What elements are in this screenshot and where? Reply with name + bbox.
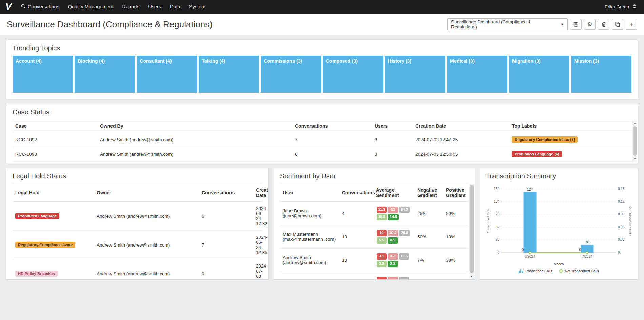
table-header-row: Case Owned By Conversations Users Creati… xyxy=(13,120,631,132)
scrollbar-thumb[interactable] xyxy=(470,185,474,273)
conversations-cell: 6 xyxy=(292,147,372,162)
svg-text:26: 26 xyxy=(495,238,499,241)
owned-by-cell: Andrew Smith (andrew@smith.com) xyxy=(97,147,292,162)
sentiment-score-badge xyxy=(399,277,409,280)
user-cell xyxy=(280,272,339,280)
table-row[interactable]: Andrew Smith (andrew@smith.com) 13 3.13.… xyxy=(280,249,468,272)
sentiment-scrollbar[interactable]: ▼ xyxy=(469,184,474,279)
nav-item-quality-management[interactable]: Quality Management xyxy=(64,0,118,14)
sentiment-badges: 1010.225.95.54.9 xyxy=(376,229,414,244)
top-labels-cell: Prohibited Language (6) xyxy=(509,147,631,162)
legal-hold-table: Legal Hold Owner Conversations Creation … xyxy=(13,184,262,280)
table-row[interactable]: RCC-1093 Andrew Smith (andrew@smith.com)… xyxy=(13,147,631,162)
label-badge[interactable]: Prohibited Language (6) xyxy=(512,151,562,157)
topic-tile[interactable]: Mission (3) xyxy=(571,56,631,93)
average-sentiment-cell xyxy=(373,272,415,280)
nav-item-conversations[interactable]: Conversations xyxy=(17,0,64,14)
sentiment-badges: 3.13.310.63.33.2 xyxy=(376,253,414,268)
svg-text:0.09: 0.09 xyxy=(618,212,625,216)
conversations-cell: 4 xyxy=(339,202,373,225)
panel-title-case-status: Case Status xyxy=(6,104,638,120)
table-row[interactable]: Jane Brown (jane@brown.com) 4 11.31264.3… xyxy=(280,202,468,225)
topic-tile[interactable]: Medical (3) xyxy=(447,56,507,93)
add-dashboard-button[interactable]: ＋ xyxy=(626,19,637,30)
sentiment-score-badge: 3.1 xyxy=(377,253,387,260)
svg-text:0.15: 0.15 xyxy=(618,187,625,191)
table-row[interactable]: Prohibited Language Andrew Smith (andrew… xyxy=(13,202,262,231)
legend-item-not-transcribed[interactable]: Not Transcribed Calls xyxy=(559,269,599,273)
case-status-scrollbar[interactable]: ▲ ▼ xyxy=(632,121,637,162)
table-row[interactable] xyxy=(280,272,468,280)
scroll-up-icon[interactable]: ▲ xyxy=(632,121,637,126)
conversations-cell: 0 xyxy=(199,259,253,280)
column-header: Creation Date xyxy=(412,120,509,132)
dashboard-select[interactable]: Surveillance Dashboard (Compliance & Reg… xyxy=(447,18,568,30)
nav-item-label: Reports xyxy=(122,4,140,9)
nav-item-system[interactable]: System xyxy=(185,0,210,14)
user-cell: Andrew Smith (andrew@smith.com) xyxy=(280,249,339,272)
sentiment-score-badge: 14.5 xyxy=(388,214,399,220)
topic-tile[interactable]: Talking (4) xyxy=(199,56,259,93)
topic-tile[interactable]: History (3) xyxy=(385,56,445,93)
copy-icon xyxy=(615,22,620,27)
label-badge[interactable]: HR Policy Breaches xyxy=(15,271,58,277)
svg-text:0: 0 xyxy=(497,251,499,254)
label-badge[interactable]: Regulatory Compliance Issue (7) xyxy=(512,136,578,143)
sentiment-score-badge: 4.9 xyxy=(388,237,398,244)
top-labels-cell: Regulatory Compliance Issue (7) xyxy=(509,132,631,147)
topic-tile[interactable]: Account (4) xyxy=(13,56,73,93)
topic-tile[interactable]: Consultant (4) xyxy=(137,56,197,93)
topic-tile[interactable]: Commissions (3) xyxy=(261,56,321,93)
trending-topics-panel: Trending Topics Account (4) Blocking (4)… xyxy=(6,40,638,99)
svg-text:0.12: 0.12 xyxy=(618,200,625,204)
settings-button[interactable]: ⚙ xyxy=(584,19,596,30)
copy-dashboard-button[interactable] xyxy=(612,19,623,30)
sentiment-by-user-panel: Sentiment by User User Conversations Ave… xyxy=(274,168,475,280)
diamond-series-icon xyxy=(559,269,563,273)
table-row[interactable]: HR Policy Breaches Andrew Smith (andrew@… xyxy=(13,259,262,280)
user-cell: Jane Brown (jane@brown.com) xyxy=(280,202,339,225)
bottom-row: Legal Hold Status Legal Hold Owner Conve… xyxy=(6,168,638,280)
nav-item-data[interactable]: Data xyxy=(165,0,185,14)
svg-text:104: 104 xyxy=(494,200,499,204)
nav-item-users[interactable]: Users xyxy=(144,0,165,14)
user-menu[interactable]: Erika Green xyxy=(605,4,639,10)
nav-item-label: Data xyxy=(170,4,180,9)
nav-item-reports[interactable]: Reports xyxy=(118,0,144,14)
scrollbar-thumb[interactable] xyxy=(633,126,637,156)
legend-item-transcribed[interactable]: Transcribed Calls xyxy=(519,269,552,273)
case-id-cell: RCC-1092 xyxy=(13,132,97,147)
delete-dashboard-button[interactable] xyxy=(598,19,609,30)
creation-date-cell: 2024-07-03 12:50:05 xyxy=(412,147,509,162)
table-row[interactable]: RCC-1092 Andrew Smith (andrew@smith.com)… xyxy=(13,132,631,147)
svg-text:Not Transcribed Calls: Not Transcribed Calls xyxy=(628,206,632,236)
scroll-down-icon[interactable]: ▼ xyxy=(632,156,637,162)
topic-tile[interactable]: Migration (3) xyxy=(509,56,569,93)
svg-text:0.06: 0.06 xyxy=(618,225,625,229)
table-row[interactable]: Max Mustermann (max@mustermann .com) 10 … xyxy=(280,225,468,249)
label-badge[interactable]: Prohibited Language xyxy=(15,213,59,219)
owned-by-cell: Andrew Smith (andrew@smith.com) xyxy=(97,132,292,147)
column-header: Creation Date xyxy=(253,184,262,202)
creation-date-cell: 2024-06-24 12:35:27 xyxy=(253,231,262,259)
sentiment-score-badge xyxy=(377,277,387,280)
nav-item-label: Users xyxy=(148,4,161,9)
table-row[interactable]: Regulatory Compliance Issue Andrew Smith… xyxy=(13,231,262,259)
sentiment-score-badge: 10.2 xyxy=(388,230,398,236)
save-dashboard-button[interactable] xyxy=(570,19,582,30)
label-badge[interactable]: Regulatory Compliance Issue xyxy=(15,242,75,248)
sentiment-score-badge: 3.3 xyxy=(388,253,398,260)
legal-hold-cell: Prohibited Language xyxy=(13,202,94,231)
nav-item-label: Conversations xyxy=(28,4,59,9)
scroll-down-icon[interactable]: ▼ xyxy=(469,274,474,279)
creation-date-cell: 2024-06-24 12:32:02 xyxy=(253,202,262,231)
topic-tile[interactable]: Blocking (4) xyxy=(75,56,135,93)
app-logo[interactable]: V xyxy=(5,0,11,14)
panel-title-legal-hold: Legal Hold Status xyxy=(6,168,268,184)
topic-tile[interactable]: Composed (3) xyxy=(323,56,383,93)
positive-gradient-cell: 50% xyxy=(443,202,468,225)
chart-legend: Transcribed Calls Not Transcribed Calls xyxy=(480,269,638,273)
topic-tiles: Account (4) Blocking (4) Consultant (4) … xyxy=(6,56,638,99)
column-header: Conversations xyxy=(339,184,373,202)
save-icon xyxy=(573,22,579,27)
